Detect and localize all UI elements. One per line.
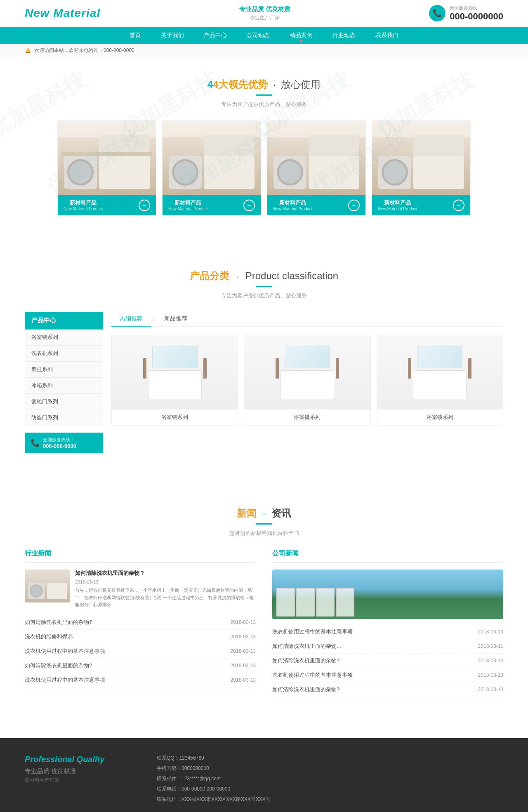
advantage-card-1[interactable]: 新材料产品 New Material Product →	[57, 120, 156, 216]
product-subtitle: 专注为客户提供优质产品、贴心服务	[25, 292, 503, 299]
news-layout: 行业新闻 如何清除洗衣机里面的杂物？ 2018-03-13 首先，把各机机充排管…	[25, 549, 503, 697]
advantage-card-3[interactable]: 新材料产品 New Material Product →	[267, 120, 366, 216]
header-slogan: 专业品质 优良材质 专业生产厂家	[239, 5, 290, 21]
industry-news-title: 行业新闻	[25, 549, 256, 563]
product-sidebar-title: 产品中心	[25, 312, 103, 330]
product-item-3-title: 浴室镜系列	[377, 410, 503, 425]
company-list-item-3[interactable]: 如何清除洗衣机里面的杂物? 2018-03-13	[272, 654, 503, 668]
advantages-grid: 新材料产品 New Material Product → 新材料产品 New M…	[25, 120, 503, 216]
nav-item-contact[interactable]: 联系我们	[365, 27, 408, 44]
header: New Material 专业品质 优良材质 专业生产厂家 📞 全国服务热线： …	[0, 0, 528, 27]
company-item-1-title: 洗衣机使用过程中的基本注意事项	[272, 628, 353, 635]
nav-item-cases[interactable]: 精品案例	[280, 27, 323, 44]
tab-hot[interactable]: 热销推荐	[111, 312, 151, 327]
product-title-zh: 产品分类	[190, 270, 229, 281]
sidebar-phone-icon: 📞	[31, 438, 40, 447]
product-layout: 产品中心 浴室镜系列 洗衣机系列 壁挂系列 冰箱系列 复轮门系列 防盗门系列 📞…	[25, 312, 503, 453]
product-item-3[interactable]: 浴室镜系列	[377, 335, 503, 426]
news-section: 新闻 · 资讯 您身边的新材料知识百科全书 行业新闻 如何清除洗衣机里面的杂物？…	[0, 490, 528, 713]
industry-list-item-5[interactable]: 洗衣机使用过程中的基本注意事项 2018-03-13	[25, 673, 256, 687]
footer-brand: Professional Quality 专业品质 优良材质 新材料生产厂家	[25, 755, 132, 806]
tab-new[interactable]: 新品推荐	[156, 312, 196, 327]
logo[interactable]: New Material	[25, 7, 100, 20]
company-item-5-date: 2018-03-13	[478, 687, 503, 692]
news-title-sep: ·	[263, 508, 266, 519]
slogan-sub: 专业生产厂家	[239, 14, 290, 21]
main-nav: 首页 关于我们 产品中心 公司动态 精品案例 行业动态 联系我们	[0, 27, 528, 44]
product-main: 热销推荐 | 新品推荐	[103, 312, 503, 426]
news-featured[interactable]: 如何清除洗衣机里面的杂物？ 2018-03-13 首先，把各机机充排管拆下来，一…	[25, 570, 256, 609]
notice-text: 欢迎访问本站，欢迎来电咨询：000-000-0000	[34, 47, 134, 54]
advantage-card-4[interactable]: 新材料产品 New Material Product →	[372, 120, 471, 216]
sidebar-item-fridge[interactable]: 冰箱系列	[25, 378, 103, 394]
product-item-1[interactable]: 浴室镜系列	[111, 335, 238, 426]
advantages-subtitle: 专注为客户提供优质产品、贴心服务	[25, 101, 503, 108]
company-item-3-title: 如何清除洗衣机里面的杂物?	[272, 657, 339, 664]
footer-phone: 联系电话：000-00000 000-00000	[157, 786, 503, 793]
footer-mobile: 手机号码：0000000000	[157, 765, 503, 772]
company-item-2-title: 如何清除洗衣机里面的杂物...	[272, 643, 341, 650]
product-title-sep: ·	[236, 272, 239, 281]
company-item-2-date: 2018-03-11	[478, 643, 503, 649]
news-subtitle: 您身边的新材料知识百科全书	[25, 530, 503, 537]
sidebar-item-mirror[interactable]: 浴室镜系列	[25, 330, 103, 346]
footer-brand-slogan-sub: 新材料生产厂家	[25, 777, 132, 784]
nav-item-home[interactable]: 首页	[120, 27, 151, 44]
nav-item-products[interactable]: 产品中心	[194, 27, 237, 44]
news-title-en: 资讯	[271, 508, 291, 519]
advantages-title-sep: ·	[273, 79, 276, 90]
industry-list-item-4[interactable]: 如何清除洗衣机里面的杂物? 2018-03-13	[25, 659, 256, 673]
company-list-item-2[interactable]: 如何清除洗衣机里面的杂物... 2018-03-11	[272, 639, 503, 654]
industry-list-item-3[interactable]: 洗衣机使用过程中的基本注意事项 2018-03-13	[25, 644, 256, 659]
sidebar-phone-label: 全国服务热线：	[43, 437, 76, 443]
sidebar-item-door1[interactable]: 复轮门系列	[25, 394, 103, 410]
product-section: 产品分类 · Product classification 专注为客户提供优质产…	[0, 253, 528, 470]
advantage-card-1-arrow[interactable]: →	[139, 200, 150, 211]
company-news-title: 公司新闻	[272, 549, 503, 563]
advantage-card-2-arrow[interactable]: →	[243, 200, 255, 211]
advantage-card-2-img	[163, 121, 261, 195]
advantages-title-zh: 4大领先优势	[213, 79, 268, 90]
sidebar-item-door2[interactable]: 防盗门系列	[25, 410, 103, 426]
sidebar-item-washer[interactable]: 洗衣机系列	[25, 346, 103, 362]
industry-list-item-2[interactable]: 洗衣机的维修和保养 2018-03-13	[25, 630, 256, 644]
advantages-title: 44大领先优势 · 放心使用	[25, 78, 503, 91]
footer-email: 联系邮件：123*****@qq.com	[157, 775, 503, 782]
footer-brand-slogan-zh: 专业品质 优良材质	[25, 767, 132, 775]
advantage-card-4-sub: New Material Product	[378, 207, 417, 211]
product-item-2[interactable]: 浴室镜系列	[244, 335, 370, 426]
industry-item-4-title: 如何清除洗衣机里面的杂物?	[25, 662, 92, 669]
company-list-item-5[interactable]: 如何清除洗衣机里面的杂物? 2018-03-13	[272, 683, 503, 697]
product-section-header: 产品分类 · Product classification 专注为客户提供优质产…	[25, 269, 503, 299]
footer-contact: 联系QQ：123456789 手机号码：0000000000 联系邮件：123*…	[157, 755, 503, 806]
product-item-1-title: 浴室镜系列	[112, 410, 238, 425]
footer-address: 联系地址：XXX省XXX市XXX区XXX路XXX号XXX号	[157, 796, 503, 803]
industry-item-5-date: 2018-03-13	[231, 677, 256, 683]
tab-divider: |	[151, 315, 156, 322]
nav-item-industry[interactable]: 行业动态	[323, 27, 365, 44]
header-phone: 📞 全国服务热线： 000-0000000	[429, 5, 503, 22]
notice-bar: 🔔 欢迎访问本站，欢迎来电咨询：000-000-0000	[0, 44, 528, 57]
sidebar-item-wall[interactable]: 壁挂系列	[25, 362, 103, 378]
sidebar-phone-number: 000-000-0000	[43, 443, 76, 449]
product-tabs: 热销推荐 | 新品推荐	[111, 312, 503, 327]
industry-item-2-date: 2018-03-13	[231, 634, 256, 640]
footer-brand-name: Professional Quality	[25, 755, 132, 764]
advantage-card-2[interactable]: 新材料产品 New Material Product →	[162, 120, 261, 216]
nav-item-company[interactable]: 公司动态	[237, 27, 280, 44]
advantage-card-3-footer: 新材料产品 New Material Product →	[267, 195, 365, 215]
news-featured-img	[25, 570, 70, 603]
company-list-item-1[interactable]: 洗衣机使用过程中的基本注意事项 2018-03-13	[272, 625, 503, 639]
phone-icon: 📞	[429, 5, 446, 21]
company-list-item-4[interactable]: 洗衣机使用过程中的基本注意事项 2018-03-13	[272, 668, 503, 683]
news-featured-content: 如何清除洗衣机里面的杂物？ 2018-03-13 首先，把各机机充排管拆下来，一…	[75, 570, 256, 609]
industry-item-5-title: 洗衣机使用过程中的基本注意事项	[25, 676, 105, 684]
news-header: 新闻 · 资讯 您身边的新材料知识百科全书	[25, 507, 503, 537]
nav-item-about[interactable]: 关于我们	[151, 27, 194, 44]
industry-list-item-1[interactable]: 如何清除洗衣机里面的杂物? 2018-03-13	[25, 615, 256, 630]
company-item-4-date: 2018-03-13	[478, 672, 503, 678]
advantage-card-3-arrow[interactable]: →	[348, 200, 360, 211]
industry-item-1-date: 2018-03-13	[231, 619, 256, 625]
advantage-card-4-arrow[interactable]: →	[453, 200, 464, 211]
news-featured-desc: 首先，把各机机充排管拆下来，一个空水桶上（里面一定要无）无抽其他软管的内侧，第二…	[75, 587, 256, 609]
